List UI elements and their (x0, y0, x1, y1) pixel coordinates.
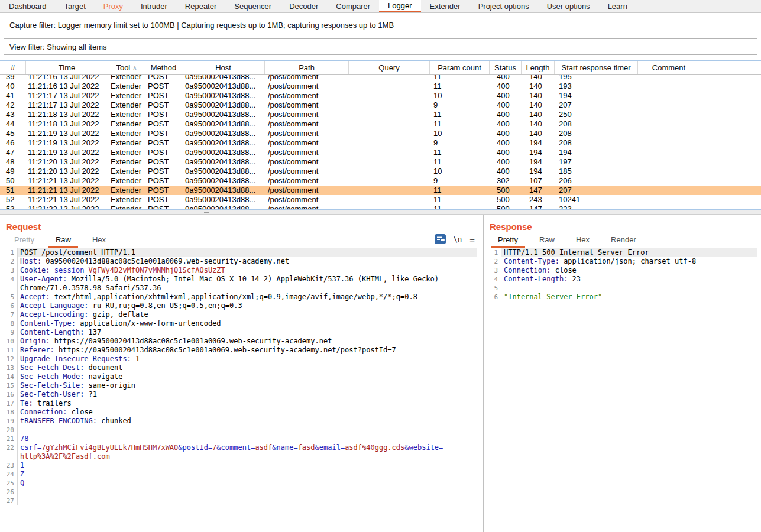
cell-path: /post/comment (265, 138, 349, 148)
main-tab-repeater[interactable]: Repeater (176, 0, 225, 12)
main-tab-dashboard[interactable]: Dashboard (0, 0, 56, 12)
cell-status: 400 (490, 75, 522, 82)
cell-query (349, 205, 430, 209)
table-row[interactable]: 4111:21:17 13 Jul 2022ExtenderPOST0a9500… (0, 91, 761, 100)
cell-path: /post/comment (265, 91, 349, 100)
response-tab-pretty[interactable]: Pretty (491, 233, 525, 248)
cell-status: 400 (490, 82, 522, 91)
table-row[interactable]: 5111:21:21 13 Jul 2022ExtenderPOST0a9500… (0, 186, 761, 195)
line-number: 1 (484, 248, 501, 257)
response-tab-render[interactable]: Render (604, 233, 643, 248)
main-tab-decoder[interactable]: Decoder (280, 0, 327, 12)
column-header-status[interactable]: Status (490, 61, 522, 74)
table-row[interactable]: 4611:21:19 13 Jul 2022ExtenderPOST0a9500… (0, 138, 761, 148)
line-number: 17 (0, 399, 18, 408)
editor-menu-icon[interactable]: ≡ (469, 235, 475, 244)
column-header-method[interactable]: Method (145, 61, 182, 74)
cell-method: POST (145, 100, 182, 110)
splitter-grip-icon (204, 212, 209, 213)
cell-index: 42 (0, 100, 26, 110)
main-tab-intruder[interactable]: Intruder (132, 0, 176, 12)
line-number (0, 284, 18, 293)
request-editor[interactable]: 1POST /post/comment HTTP/1.12Host: 0a950… (0, 248, 477, 531)
request-tab-pretty[interactable]: Pretty (7, 233, 41, 248)
cell-host: 0a9500020413d88... (182, 110, 265, 119)
table-row[interactable]: 5311:21:22 13 Jul 2022ExtenderPOST0a9500… (0, 205, 761, 209)
table-row[interactable]: 4211:21:17 13 Jul 2022ExtenderPOST0a9500… (0, 100, 761, 110)
cell-path: /post/comment (265, 186, 349, 195)
column-header-host[interactable]: Host (182, 61, 265, 74)
cell-index: 53 (0, 205, 26, 209)
table-row[interactable]: 5211:21:21 13 Jul 2022ExtenderPOST0a9500… (0, 195, 761, 205)
cell-status: 400 (490, 100, 522, 110)
cell-status: 500 (490, 186, 522, 195)
main-tab-sequencer[interactable]: Sequencer (225, 0, 280, 12)
cell-method: POST (145, 138, 182, 148)
column-header-index[interactable]: # (0, 61, 26, 74)
cell-start-response-timer: 207 (555, 100, 638, 110)
request-tab-hex[interactable]: Hex (85, 233, 113, 248)
request-line-text: tRANSFER-ENCODING: chunked (18, 417, 131, 426)
column-header-tool[interactable]: Tool∧ (108, 61, 145, 74)
column-header-path[interactable]: Path (265, 61, 349, 74)
line-number: 8 (0, 319, 18, 328)
request-line: 2178 (0, 434, 477, 443)
request-line-text: Host: 0a9500020413d88ac08c5c1e001a0069.w… (18, 257, 289, 266)
request-line-text: Accept-Language: ru-RU,ru;q=0.8,en-US;q=… (18, 301, 242, 310)
cell-host: 0a9500020413d88... (182, 176, 265, 186)
response-line: 1HTTP/1.1 500 Internal Server Error (484, 248, 757, 257)
logger-table-body[interactable]: 3911:21:16 13 Jul 2022ExtenderPOST0a9500… (0, 75, 761, 209)
request-line-text: csrf=7gYzhMCiFvi4gBEyUEEk7HmHSHM7xWAO&po… (18, 443, 443, 452)
table-row[interactable]: 4311:21:18 13 Jul 2022ExtenderPOST0a9500… (0, 110, 761, 119)
cell-time: 11:21:21 13 Jul 2022 (26, 176, 108, 186)
pretty-print-icon[interactable] (435, 234, 446, 244)
response-tabs: PrettyRawHexRender (484, 233, 761, 248)
cell-param-count: 9 (430, 138, 490, 148)
cell-time: 11:21:16 13 Jul 2022 (26, 75, 108, 82)
main-tab-logger[interactable]: Logger (379, 0, 420, 12)
request-tab-raw[interactable]: Raw (48, 233, 78, 248)
response-editor[interactable]: 1HTTP/1.1 500 Internal Server Error2Cont… (484, 248, 757, 531)
cell-index: 49 (0, 167, 26, 176)
newline-toggle-icon[interactable]: \n (454, 235, 462, 244)
response-tab-hex[interactable]: Hex (569, 233, 597, 248)
cell-status: 302 (490, 176, 522, 186)
main-tab-proxy[interactable]: Proxy (95, 0, 132, 12)
horizontal-splitter[interactable] (0, 210, 761, 215)
capture-filter-bar[interactable]: Capture filter: Logger memory limit set … (4, 17, 757, 33)
table-row[interactable]: 4411:21:18 13 Jul 2022ExtenderPOST0a9500… (0, 119, 761, 129)
table-row[interactable]: 4811:21:20 13 Jul 2022ExtenderPOST0a9500… (0, 157, 761, 167)
response-tab-raw[interactable]: Raw (532, 233, 562, 248)
cell-index: 41 (0, 91, 26, 100)
column-header-length[interactable]: Length (522, 61, 555, 74)
table-row[interactable]: 4711:21:19 13 Jul 2022ExtenderPOST0a9500… (0, 148, 761, 157)
table-row[interactable]: 4911:21:20 13 Jul 2022ExtenderPOST0a9500… (0, 167, 761, 176)
main-tab-project-options[interactable]: Project options (469, 0, 538, 12)
column-header-query[interactable]: Query (349, 61, 430, 74)
column-header-time[interactable]: Time (26, 61, 108, 74)
request-line: 26 (0, 488, 477, 497)
view-filter-bar[interactable]: View filter: Showing all items (4, 38, 757, 55)
main-tab-user-options[interactable]: User options (538, 0, 599, 12)
table-row[interactable]: 4511:21:19 13 Jul 2022ExtenderPOST0a9500… (0, 129, 761, 138)
cell-path: /post/comment (265, 148, 349, 157)
main-tab-target[interactable]: Target (56, 0, 95, 12)
table-row[interactable]: 5011:21:21 13 Jul 2022ExtenderPOST0a9500… (0, 176, 761, 186)
main-tab-extender[interactable]: Extender (421, 0, 469, 12)
column-header-param-count[interactable]: Param count (430, 61, 490, 74)
line-number: 4 (0, 275, 18, 284)
request-line: 18Connection: close (0, 408, 477, 417)
cell-path: /post/comment (265, 75, 349, 82)
main-tab-comparer[interactable]: Comparer (327, 0, 379, 12)
table-row[interactable]: 4011:21:16 13 Jul 2022ExtenderPOST0a9500… (0, 82, 761, 91)
request-line: Chrome/71.0.3578.98 Safari/537.36 (0, 284, 477, 293)
cell-time: 11:21:16 13 Jul 2022 (26, 82, 108, 91)
cell-tool: Extender (108, 186, 145, 195)
main-tab-learn[interactable]: Learn (599, 0, 636, 12)
line-number: 20 (0, 426, 18, 434)
table-row[interactable]: 3911:21:16 13 Jul 2022ExtenderPOST0a9500… (0, 75, 761, 82)
cell-comment (638, 186, 700, 195)
column-header-comment[interactable]: Comment (638, 61, 700, 74)
column-header-start-response-timer[interactable]: Start response timer (555, 61, 638, 74)
cell-query (349, 167, 430, 176)
